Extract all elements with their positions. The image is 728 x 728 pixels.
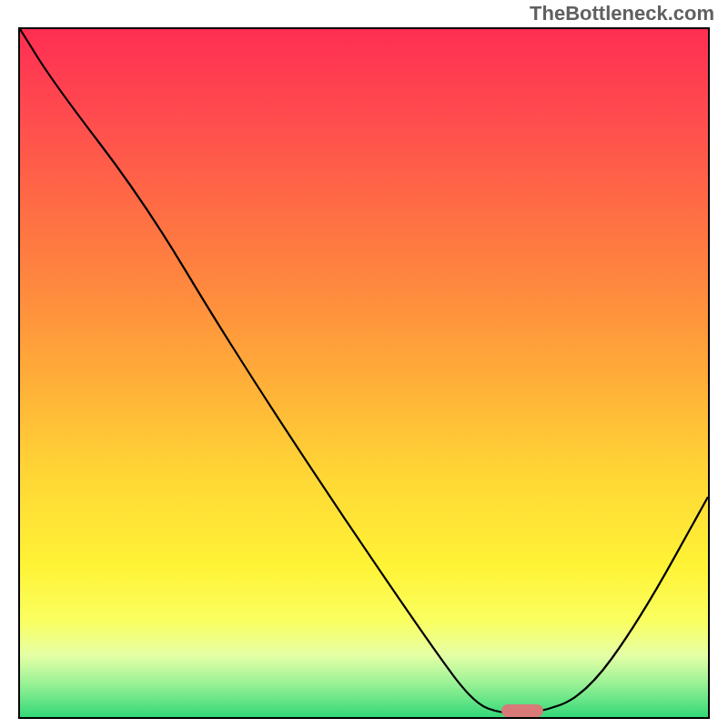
watermark-text: TheBottleneck.com	[530, 2, 714, 25]
chart-curve	[20, 29, 708, 717]
chart-frame	[18, 27, 710, 719]
optimal-marker	[501, 704, 542, 717]
